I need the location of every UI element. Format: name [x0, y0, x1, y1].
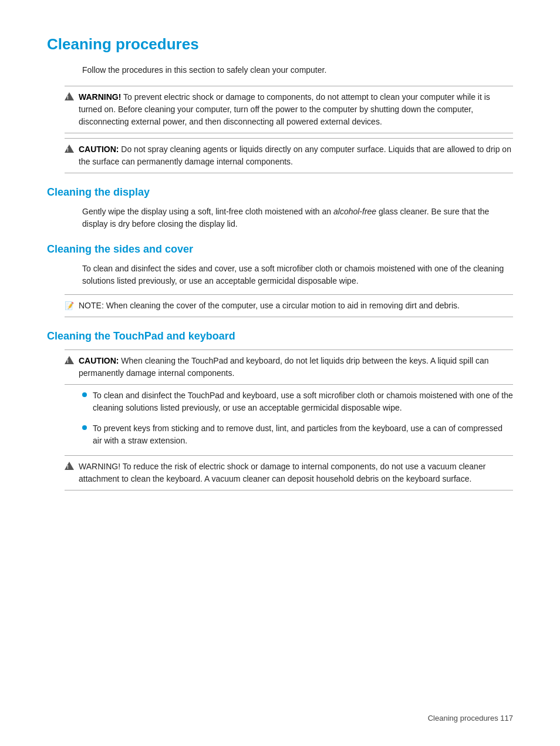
bullet-text-2: To prevent keys from sticking and to rem… — [93, 422, 513, 447]
bullet-item-1: To clean and disinfect the TouchPad and … — [82, 389, 513, 414]
note-text-1: When cleaning the cover of the computer,… — [106, 301, 460, 310]
caution-icon-2 — [65, 356, 74, 364]
section1-title: Cleaning the display — [47, 186, 513, 199]
warning-text-2: To reduce the risk of electric shock or … — [79, 462, 485, 483]
italic-text: alcohol-free — [333, 207, 376, 216]
page-title: Cleaning procedures — [47, 35, 513, 53]
note-label-1: NOTE: — [79, 301, 104, 310]
page-container: Cleaning procedures Follow the procedure… — [0, 0, 560, 542]
caution-content-1: CAUTION: Do not spray cleaning agents or… — [79, 143, 513, 168]
caution-box-1: CAUTION: Do not spray cleaning agents or… — [65, 138, 513, 173]
section2-body: To clean and disinfect the sides and cov… — [82, 263, 513, 287]
caution-box-2: CAUTION: When cleaning the TouchPad and … — [65, 350, 513, 385]
section3-title: Cleaning the TouchPad and keyboard — [47, 330, 513, 342]
bullet-item-2: To prevent keys from sticking and to rem… — [82, 422, 513, 447]
warning-content-2: WARNING! To reduce the risk of electric … — [79, 461, 513, 485]
warning-box-2: WARNING! To reduce the risk of electric … — [65, 455, 513, 490]
caution-text-1: Do not spray cleaning agents or liquids … — [79, 145, 511, 166]
bullet-list: To clean and disinfect the TouchPad and … — [82, 389, 513, 447]
warning-box-1: WARNING! To prevent electric shock or da… — [65, 86, 513, 133]
warning-icon-2 — [65, 462, 74, 470]
warning-label-2: WARNING! — [79, 462, 120, 471]
warning-label-1: WARNING! — [79, 92, 121, 102]
bullet-dot-1 — [82, 392, 87, 397]
caution-label-1: CAUTION: — [79, 145, 119, 154]
section2-title: Cleaning the sides and cover — [47, 243, 513, 256]
note-icon-1: 📝 — [65, 300, 74, 312]
caution-content-2: CAUTION: When cleaning the TouchPad and … — [79, 355, 513, 379]
bullet-dot-2 — [82, 425, 87, 430]
intro-text: Follow the procedures in this section to… — [82, 64, 513, 76]
section1-body: Gently wipe the display using a soft, li… — [82, 206, 513, 230]
note-content-1: NOTE: When cleaning the cover of the com… — [79, 300, 460, 312]
warning-icon-1 — [65, 92, 74, 100]
note-box-1: 📝 NOTE: When cleaning the cover of the c… — [65, 294, 513, 317]
caution-icon-1 — [65, 145, 74, 153]
caution-label-2: CAUTION: — [79, 356, 119, 365]
caution-text-2: When cleaning the TouchPad and keyboard,… — [79, 356, 489, 378]
page-footer: Cleaning procedures 117 — [428, 714, 513, 723]
warning-text-1: To prevent electric shock or damage to c… — [79, 92, 490, 126]
bullet-text-1: To clean and disinfect the TouchPad and … — [93, 389, 513, 414]
warning-content-1: WARNING! To prevent electric shock or da… — [79, 91, 513, 128]
